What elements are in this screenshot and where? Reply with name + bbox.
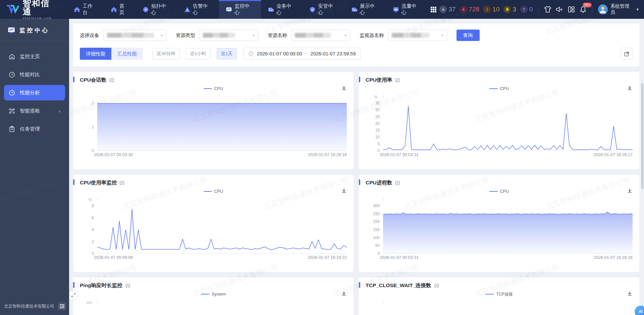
x-axis-start: 2026-01-07 00:03:30 xyxy=(94,152,133,157)
sidebar-item-performance-analysis[interactable]: 性能分析 xyxy=(4,85,65,100)
alarm-badge-critical[interactable]: 728 xyxy=(460,6,480,13)
logo-mark-icon xyxy=(6,4,19,15)
sidebar-collapse-button[interactable] xyxy=(58,302,66,310)
title-accent-bar xyxy=(73,179,74,185)
chevron-down-icon: ▼ xyxy=(636,7,639,11)
alarm-badge-warning[interactable]: ! 10 xyxy=(483,6,499,13)
download-icon[interactable] xyxy=(341,85,347,92)
download-icon[interactable] xyxy=(627,290,633,298)
chart-board-icon[interactable] xyxy=(395,78,400,83)
nav-item-topology-center[interactable]: 拓扑中心 xyxy=(136,0,177,19)
notification-count-badge: 99+ xyxy=(583,3,592,7)
range-1day-button[interactable]: 近1天 xyxy=(217,48,237,59)
nav-item-homepage[interactable]: 首页 xyxy=(104,0,136,19)
alarm-badge-cleared[interactable]: × 37 xyxy=(439,6,455,13)
download-icon[interactable] xyxy=(341,290,347,298)
divider xyxy=(592,6,593,13)
top-navbar: 智和信通 zhtelecom.com 工作台 首页 拓扑中心 告警中心 监控中心… xyxy=(0,0,644,19)
plot-area[interactable] xyxy=(383,203,633,254)
title-accent-bar xyxy=(359,282,360,288)
nav-item-workbench[interactable]: 工作台 xyxy=(67,0,104,19)
chart-title: CPU进程数 xyxy=(366,179,392,186)
plot-area[interactable] xyxy=(383,100,633,151)
chart-board-icon[interactable] xyxy=(434,283,439,288)
sidebar-item-monitor-home[interactable]: 监控主页 xyxy=(4,49,65,64)
nav-item-business-center[interactable]: 业务中心 xyxy=(261,0,303,19)
legend-line-swatch xyxy=(204,88,212,89)
device-select[interactable]: ▾ xyxy=(103,30,166,41)
date-start: 2026-01-07 00:00:00 xyxy=(257,51,302,56)
alarm-badge-unknown[interactable]: ? 0 xyxy=(520,6,533,13)
download-icon[interactable] xyxy=(627,85,633,92)
export-button[interactable] xyxy=(621,48,633,60)
chart-card-cpu-sessions: CPU会话数 CPU ↑012 2026-01-07 00:03:302026-… xyxy=(73,72,354,169)
apps-grid-icon[interactable] xyxy=(428,0,439,19)
layout-panels-icon[interactable] xyxy=(568,5,575,13)
expand-arrows-icon xyxy=(71,293,76,298)
nav-item-alarm-center[interactable]: 告警中心 xyxy=(177,0,219,19)
nav-item-traffic-center[interactable]: 流量中心 xyxy=(386,0,428,19)
legend-item[interactable]: CPU xyxy=(489,189,509,194)
chart-board-icon[interactable] xyxy=(109,78,114,83)
chart-board-icon[interactable] xyxy=(125,283,130,288)
mode-detail-button[interactable]: 详细性能 xyxy=(80,48,111,60)
legend-line-swatch xyxy=(201,294,209,295)
date-end: 2026-01-07 23:59:59 xyxy=(311,51,356,56)
sidebar-item-smart-inspection[interactable]: 智能巡检 › xyxy=(4,103,65,119)
chart-board-icon[interactable] xyxy=(395,180,400,186)
legend-item[interactable]: System xyxy=(201,292,226,297)
vertical-scrollbar[interactable] xyxy=(641,83,643,189)
x-axis-start: 2026-01-07 00:03:31 xyxy=(380,152,419,157)
y-axis-arrow: ↑ xyxy=(382,197,384,202)
legend-item[interactable]: TCP连接 xyxy=(485,291,513,297)
query-button[interactable]: 查询 xyxy=(457,30,480,41)
notifications-bell-icon[interactable]: 99+ xyxy=(579,5,587,13)
x-axis-end: 2026-01-07 16:26:17 xyxy=(594,152,633,157)
app-logo[interactable]: 智和信通 zhtelecom.com xyxy=(0,0,67,19)
alarm-badge-notice[interactable]: 3 xyxy=(503,6,516,13)
gauge-icon xyxy=(9,72,15,78)
chevron-down-icon: ▾ xyxy=(161,33,163,38)
sidebar-item-performance-compare[interactable]: 性能对比 xyxy=(4,67,65,82)
mute-speaker-icon[interactable] xyxy=(556,5,564,13)
expand-panel-button[interactable] xyxy=(69,291,78,300)
user-menu[interactable]: 系统管理员 ▼ xyxy=(598,3,639,15)
range-30min-button[interactable]: 近30分钟 xyxy=(152,48,180,59)
date-separator: - xyxy=(306,51,307,56)
plot-area[interactable] xyxy=(97,306,347,315)
legend-item[interactable]: CPU xyxy=(204,189,223,194)
mode-summary-button[interactable]: 汇总性能 xyxy=(111,48,143,60)
y-axis-arrow: ↑ xyxy=(96,197,98,202)
redacted-value xyxy=(392,33,429,38)
company-name: 北京智和信通技术有限公司 xyxy=(4,304,54,309)
monitor-chart-icon xyxy=(7,26,15,34)
legend-item[interactable]: CPU xyxy=(489,86,509,91)
plot-area[interactable] xyxy=(97,203,347,254)
range-1hour-button[interactable]: 近1小时 xyxy=(186,48,211,59)
resource-name-label: 资源名称 xyxy=(268,32,287,39)
main-nav: 工作台 首页 拓扑中心 告警中心 监控中心 业务中心 安管中心 展示中心 xyxy=(67,0,428,19)
chart-title: CPU使用率 xyxy=(366,77,392,84)
bell-icon xyxy=(503,6,511,13)
monitor-name-select[interactable]: ▾ xyxy=(388,30,447,41)
legend-line-swatch xyxy=(489,88,498,89)
date-range-picker[interactable]: 2026-01-07 00:00:00 - 2026-01-07 23:59:5… xyxy=(244,48,361,60)
nav-item-security-center[interactable]: 安管中心 xyxy=(303,0,344,19)
resource-name-select[interactable]: ▾ xyxy=(291,30,350,41)
legend-item[interactable]: CPU xyxy=(204,86,223,91)
resource-type-select[interactable]: ▾ xyxy=(199,30,258,41)
theme-skin-icon[interactable] xyxy=(544,5,552,13)
download-icon[interactable] xyxy=(627,188,633,195)
home-icon xyxy=(9,53,15,60)
sidebar-item-task-management[interactable]: 任务管理 xyxy=(4,121,65,137)
nav-item-monitor-center[interactable]: 监控中心 xyxy=(219,0,261,19)
user-name: 系统管理员 xyxy=(610,3,633,15)
home-icon xyxy=(74,6,80,13)
nav-item-display-center[interactable]: 展示中心 xyxy=(344,0,386,19)
plot-area[interactable] xyxy=(97,100,347,151)
title-accent-bar xyxy=(359,77,360,82)
plot-area[interactable] xyxy=(383,306,633,315)
download-icon[interactable] xyxy=(341,188,347,195)
chart-board-icon[interactable] xyxy=(119,180,125,186)
bolt-icon xyxy=(460,6,467,13)
